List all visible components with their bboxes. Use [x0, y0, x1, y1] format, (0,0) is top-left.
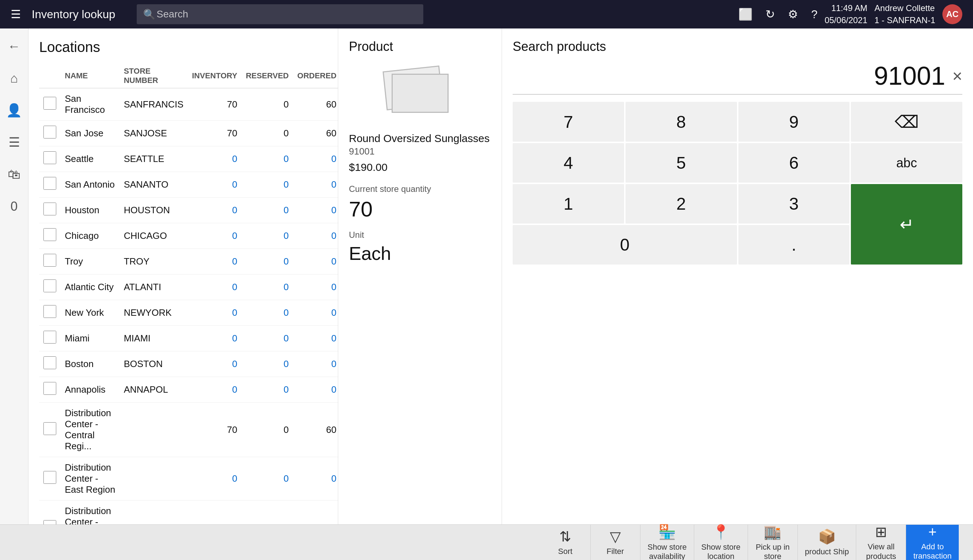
numpad-8[interactable]: 8: [625, 102, 737, 142]
row-checkbox[interactable]: [43, 97, 56, 110]
hamburger-menu-icon[interactable]: ☰: [11, 7, 21, 21]
row-store-number: [120, 457, 188, 500]
nav-customer-icon[interactable]: 👤: [3, 100, 25, 121]
row-store-number: HOUSTON: [120, 198, 188, 223]
locations-panel: Locations NAME STORE NUMBER INVENTORY RE…: [28, 28, 338, 524]
row-checkbox[interactable]: [43, 520, 56, 525]
nav-home-icon[interactable]: ⌂: [3, 68, 25, 89]
row-inventory: 0: [188, 326, 242, 352]
row-ordered: 0: [293, 500, 338, 525]
nav-bag-icon[interactable]: 🛍: [3, 164, 25, 185]
refresh-icon[interactable]: ↻: [765, 7, 775, 21]
row-name: San Francisco: [60, 88, 120, 121]
view-all-products-button[interactable]: ⊞ View allproducts: [856, 525, 906, 560]
numpad-6[interactable]: 6: [738, 143, 850, 183]
add-transaction-label: Add totransaction: [913, 542, 951, 560]
table-row: MiamiMIAMI000Each: [39, 326, 338, 352]
filter-button[interactable]: ▽ Filter: [590, 525, 640, 560]
pick-up-in-store-button[interactable]: 🏬 Pick up instore: [748, 525, 798, 560]
row-store-number: ANNAPOL: [120, 377, 188, 403]
row-name: Chicago: [60, 223, 120, 249]
row-ordered: 0: [293, 300, 338, 326]
search-input[interactable]: [137, 4, 423, 24]
numpad-5[interactable]: 5: [625, 143, 737, 183]
monitor-icon[interactable]: ⬜: [738, 7, 753, 21]
topbar: ☰ Inventory lookup 🔍 ⬜ ↻ ⚙ ? 11:49 AM 05…: [0, 0, 973, 28]
ship-product-button[interactable]: 📦 product Ship: [798, 525, 856, 560]
row-checkbox[interactable]: [43, 280, 56, 292]
col-header-store-number: STORE NUMBER: [120, 64, 188, 88]
row-name: Atlantic City: [60, 275, 120, 300]
row-checkbox[interactable]: [43, 228, 56, 241]
row-name: Miami: [60, 326, 120, 352]
row-checkbox[interactable]: [43, 305, 56, 318]
row-reserved: 0: [242, 377, 293, 403]
help-icon[interactable]: ?: [811, 8, 817, 21]
row-inventory: 70: [188, 88, 242, 121]
numpad-decimal[interactable]: .: [738, 225, 850, 265]
table-row: SeattleSEATTLE000Each: [39, 146, 338, 172]
row-checkbox[interactable]: [43, 151, 56, 164]
row-checkbox[interactable]: [43, 126, 56, 138]
show-store-availability-button[interactable]: 🏪 Show storeavailability: [640, 525, 694, 560]
row-inventory: 0: [188, 249, 242, 275]
numpad-backspace[interactable]: ⌫: [851, 102, 962, 142]
product-price: $190.00: [349, 161, 491, 173]
row-checkbox[interactable]: [43, 357, 56, 369]
product-id: 91001: [349, 146, 491, 157]
product-unit: Each: [349, 243, 491, 264]
row-ordered: 60: [293, 403, 338, 457]
row-inventory: 0: [188, 352, 242, 377]
numpad-7[interactable]: 7: [513, 102, 624, 142]
numpad-2[interactable]: 2: [625, 184, 737, 223]
row-inventory: 0: [188, 300, 242, 326]
main-layout: ← ⌂ 👤 ☰ 🛍 0 Locations NAME STORE NUMBER …: [0, 28, 973, 524]
row-name: Distribution Center - West Region: [60, 500, 120, 525]
table-row: San FranciscoSANFRANCIS70060Each: [39, 88, 338, 121]
row-ordered: 0: [293, 198, 338, 223]
row-ordered: 0: [293, 249, 338, 275]
add-to-transaction-button[interactable]: + Add totransaction: [906, 525, 959, 560]
nav-back-icon[interactable]: ←: [3, 36, 25, 57]
product-image: [381, 65, 459, 122]
numpad-enter[interactable]: ↵: [851, 184, 962, 265]
numpad-abc[interactable]: abc: [851, 143, 962, 183]
sort-icon: ⇅: [559, 528, 571, 545]
row-store-number: [120, 403, 188, 457]
numpad-3[interactable]: 3: [738, 184, 850, 223]
table-row: New YorkNEWYORK000Each: [39, 300, 338, 326]
show-store-location-button[interactable]: 📍 Show storelocation: [694, 525, 748, 560]
user-avatar[interactable]: AC: [942, 4, 962, 24]
locations-title: Locations: [39, 39, 331, 55]
nav-count-icon[interactable]: 0: [3, 196, 25, 217]
row-checkbox[interactable]: [43, 422, 56, 435]
numpad-0[interactable]: 0: [513, 225, 737, 265]
row-name: Troy: [60, 249, 120, 275]
numpad-1[interactable]: 1: [513, 184, 624, 223]
row-checkbox[interactable]: [43, 382, 56, 395]
row-store-number: CHICAGO: [120, 223, 188, 249]
bottom-bar: ⇅ Sort ▽ Filter 🏪 Show storeavailability…: [0, 524, 973, 560]
numpad-9[interactable]: 9: [738, 102, 850, 142]
numpad-4[interactable]: 4: [513, 143, 624, 183]
ship-label: product Ship: [805, 547, 849, 557]
product-qty: 70: [349, 197, 491, 222]
nav-menu-icon[interactable]: ☰: [3, 132, 25, 153]
filter-icon: ▽: [610, 528, 621, 545]
row-store-number: TROY: [120, 249, 188, 275]
row-ordered: 0: [293, 146, 338, 172]
row-name: Boston: [60, 352, 120, 377]
app-title: Inventory lookup: [32, 8, 115, 21]
col-header-ordered: ORDERED: [293, 64, 338, 88]
row-checkbox[interactable]: [43, 471, 56, 484]
row-checkbox[interactable]: [43, 177, 56, 190]
row-checkbox[interactable]: [43, 203, 56, 215]
topbar-date: 05/06/2021: [825, 14, 867, 26]
row-checkbox[interactable]: [43, 254, 56, 267]
row-reserved: 0: [242, 172, 293, 198]
numpad-display: 91001 ×: [513, 61, 962, 95]
numpad-close-button[interactable]: ×: [952, 66, 962, 86]
sort-button[interactable]: ⇅ Sort: [540, 525, 590, 560]
settings-icon[interactable]: ⚙: [788, 7, 798, 21]
row-checkbox[interactable]: [43, 331, 56, 343]
